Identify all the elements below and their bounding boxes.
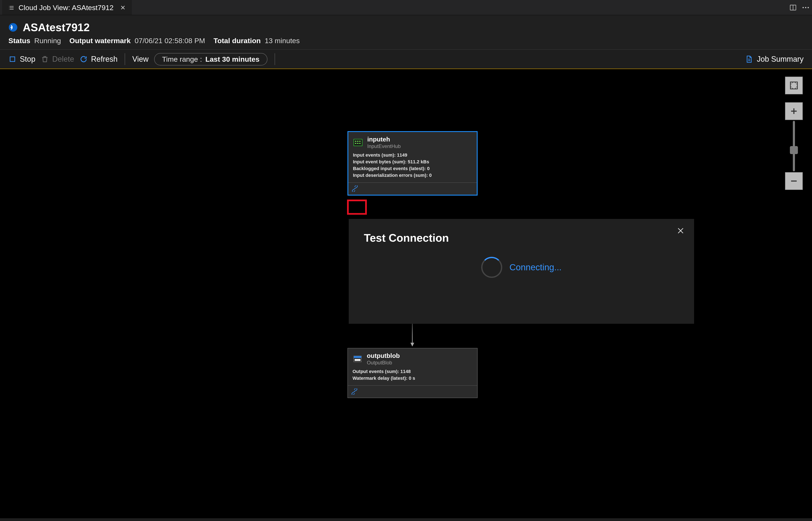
metric-row: Input events (sum): 1149 xyxy=(353,152,472,159)
zoom-in-button[interactable] xyxy=(785,102,803,120)
svg-line-26 xyxy=(354,391,355,392)
job-header: ASAtest7912 Status Running Output waterm… xyxy=(0,15,812,49)
svg-rect-16 xyxy=(355,141,356,142)
duration-value: 13 minutes xyxy=(265,37,300,45)
node-output-name: outputblob xyxy=(367,352,400,359)
duration-label: Total duration xyxy=(213,37,261,45)
svg-point-12 xyxy=(10,27,12,28)
svg-rect-15 xyxy=(354,139,362,146)
status-value: Running xyxy=(34,37,61,45)
refresh-label: Refresh xyxy=(91,55,117,64)
tab-title: Cloud Job View: ASAtest7912 xyxy=(19,4,113,12)
plus-icon xyxy=(790,107,798,115)
svg-rect-20 xyxy=(357,143,358,144)
refresh-button[interactable]: Refresh xyxy=(80,55,117,64)
fit-screen-icon xyxy=(789,81,798,90)
time-range-value: Last 30 minutes xyxy=(205,55,260,63)
eventhub-icon xyxy=(353,137,363,148)
node-input[interactable]: inputeh InputEventHub Input events (sum)… xyxy=(347,131,478,196)
plug-icon[interactable] xyxy=(351,388,358,395)
svg-point-11 xyxy=(9,23,17,31)
document-icon xyxy=(745,55,753,63)
toolbar-separator-2 xyxy=(275,53,275,65)
node-output[interactable]: outputblob OutputBlob Output events (sum… xyxy=(347,348,478,398)
connection-status-row: Connecting... xyxy=(364,257,679,278)
connection-status-text: Connecting... xyxy=(510,262,562,272)
node-output-footer xyxy=(348,385,477,398)
svg-rect-21 xyxy=(359,143,361,144)
list-icon xyxy=(8,5,14,11)
node-input-type: InputEventHub xyxy=(367,143,401,149)
svg-point-8 xyxy=(803,7,804,8)
zoom-out-button[interactable] xyxy=(785,172,803,190)
test-connection-dialog: Test Connection Connecting... xyxy=(349,219,694,324)
stop-button[interactable]: Stop xyxy=(8,55,36,64)
metric-row: Output events (sum): 1148 xyxy=(353,368,473,375)
toolbar: Stop Delete Refresh View Time range : La… xyxy=(0,50,812,69)
metric-row: Input event bytes (sum): 511.2 kBs xyxy=(353,159,472,165)
job-summary-label: Job Summary xyxy=(757,55,804,64)
time-range-selector[interactable]: Time range : Last 30 minutes xyxy=(154,53,268,66)
metric-row: Watermark delay (latest): 0 s xyxy=(353,375,473,382)
svg-rect-25 xyxy=(355,359,361,361)
delete-label: Delete xyxy=(52,55,74,64)
svg-rect-19 xyxy=(355,143,356,144)
diagram-canvas[interactable]: inputeh InputEventHub Input events (sum)… xyxy=(0,69,812,518)
split-editor-icon xyxy=(789,4,797,12)
svg-point-10 xyxy=(808,7,809,8)
spinner-icon xyxy=(481,257,502,278)
metric-row: Input deserialization errors (sum): 0 xyxy=(353,172,472,179)
dialog-title: Test Connection xyxy=(364,231,679,244)
job-summary-button[interactable]: Job Summary xyxy=(745,55,804,64)
node-output-type: OutputBlob xyxy=(367,360,400,366)
node-output-metrics: Output events (sum): 1148 Watermark dela… xyxy=(348,367,477,385)
close-icon xyxy=(676,227,685,235)
fit-to-screen-button[interactable] xyxy=(785,76,803,94)
svg-line-22 xyxy=(354,188,356,189)
zoom-slider-track[interactable] xyxy=(793,121,795,171)
zoom-controls xyxy=(785,76,803,190)
more-icon xyxy=(802,6,810,9)
editor-tab-bar: Cloud Job View: ASAtest7912 ✕ xyxy=(0,0,812,15)
annotation-red-box xyxy=(347,200,367,215)
minus-icon xyxy=(790,177,798,185)
time-range-label: Time range : xyxy=(162,55,202,63)
trash-icon xyxy=(41,55,49,63)
view-label: View xyxy=(132,55,149,64)
close-tab-icon[interactable]: ✕ xyxy=(120,4,126,12)
job-title: ASAtest7912 xyxy=(23,21,90,34)
azure-stream-icon xyxy=(8,23,18,32)
split-editor-button[interactable] xyxy=(787,0,799,15)
active-tab[interactable]: Cloud Job View: ASAtest7912 ✕ xyxy=(2,0,132,15)
plug-icon[interactable] xyxy=(352,185,358,192)
stop-label: Stop xyxy=(20,55,36,64)
metric-row: Backlogged input events (latest): 0 xyxy=(353,165,472,172)
zoom-slider-thumb[interactable] xyxy=(790,146,798,154)
refresh-icon xyxy=(80,55,88,63)
svg-point-9 xyxy=(805,7,806,8)
watermark-value: 07/06/21 02:58:08 PM xyxy=(135,37,205,45)
blob-icon xyxy=(353,354,363,364)
stop-icon xyxy=(8,55,17,63)
svg-rect-17 xyxy=(357,141,358,142)
toolbar-separator xyxy=(125,53,125,65)
watermark-label: Output watermark xyxy=(69,37,131,45)
svg-rect-18 xyxy=(359,141,361,142)
edge-input-to-output xyxy=(409,324,415,347)
node-input-name: inputeh xyxy=(367,136,401,143)
status-label: Status xyxy=(8,37,30,45)
delete-button: Delete xyxy=(41,55,74,64)
svg-rect-24 xyxy=(354,356,361,358)
view-button[interactable]: View xyxy=(132,55,149,64)
svg-rect-13 xyxy=(10,57,15,62)
more-actions-button[interactable] xyxy=(799,0,812,15)
close-dialog-button[interactable] xyxy=(676,227,685,235)
svg-rect-29 xyxy=(791,82,797,89)
node-input-footer xyxy=(348,182,477,195)
node-input-metrics: Input events (sum): 1149 Input event byt… xyxy=(348,151,477,182)
